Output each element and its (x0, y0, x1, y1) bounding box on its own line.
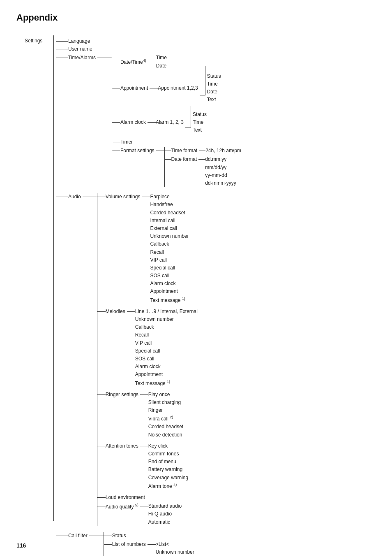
l2-alarm-clock: Alarm clock (120, 118, 148, 126)
l1-audio: Audio (68, 193, 83, 201)
tree-diagram: Settings Language (25, 35, 376, 557)
page-number: 116 (16, 542, 26, 549)
root-label: Settings (25, 38, 42, 44)
l2-format-settings: Format settings (120, 147, 156, 155)
l1-call-filter: Call filter (68, 532, 89, 540)
l2-call-filter-status: Status (112, 532, 126, 540)
l2-melodies: Melodies (106, 308, 127, 316)
l1-username: User name (68, 45, 92, 53)
l1-time-alarms: Time/Alarms (68, 54, 97, 62)
l3-alarm123: Alarm 1, 2, 3 (156, 118, 185, 126)
l3-date-format: Date format (171, 155, 199, 163)
l2-list-of-numbers: List of numbers (112, 541, 148, 548)
l1-language: Language (68, 37, 90, 45)
l2-audio-quality: Audio quality 5) (106, 502, 140, 511)
l2-timer: Timer (120, 138, 133, 146)
l2-loud-environment: Loud environment (106, 494, 145, 501)
l3-time-format: Time format (171, 147, 199, 155)
l2-datetime: Date/Time4) (120, 58, 148, 66)
l2-ringer-settings: Ringer settings (106, 391, 140, 399)
l3-appointment123: Appointment 1,2,3 (158, 84, 199, 92)
l2-appointment: Appointment (120, 84, 150, 92)
l2-attention-tones: Attention tones (106, 442, 140, 450)
l2-volume-settings: Volume settings (106, 193, 142, 201)
page-title: Appendix (16, 12, 376, 23)
